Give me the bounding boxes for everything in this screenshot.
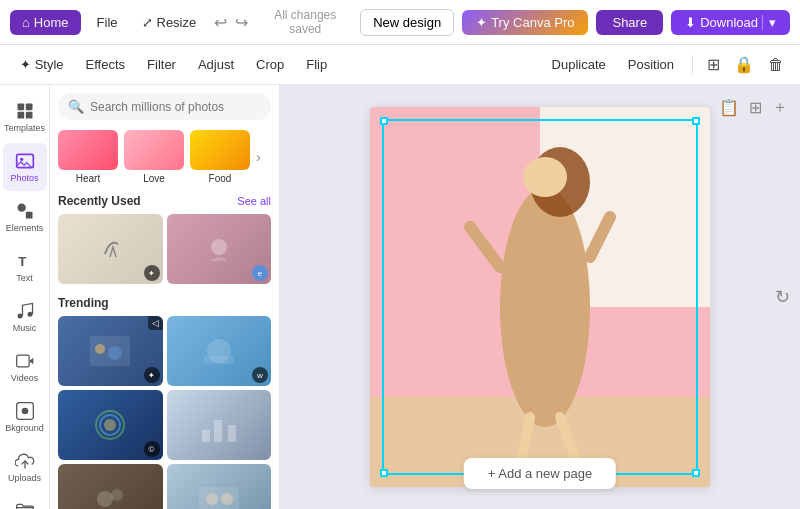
upload-icon [15,451,35,471]
add-page-label: + Add a new page [488,466,592,481]
svg-point-32 [111,489,123,501]
svg-point-35 [221,493,233,505]
category-scroll-arrow[interactable]: › [256,149,261,165]
download-label: Download [700,15,758,30]
crop-button[interactable]: Crop [248,53,292,76]
text-icon: T [15,251,35,271]
recently-used-grid: ✦ e [58,214,271,284]
canvas-area: 📋 ⊞ ＋ ↻ [280,85,800,509]
svg-marker-12 [29,358,33,365]
canvas-add-button[interactable]: ＋ [770,95,790,120]
canvas-grid-button[interactable]: ⊞ [747,95,764,120]
svg-rect-1 [25,104,32,111]
search-input[interactable] [90,100,261,114]
sidebar-item-photos[interactable]: Photos [3,143,47,191]
sidebar-item-videos[interactable]: Videos [3,343,47,391]
category-love[interactable]: Love [124,130,184,184]
home-button[interactable]: ⌂ Home [10,10,81,35]
svg-rect-28 [202,430,210,442]
trending-photo-1[interactable]: ✦ ◁ [58,316,163,386]
style-label: Style [35,57,64,72]
sidebar-item-text[interactable]: T Text [3,243,47,291]
recently-used-header: Recently Used See all [58,194,271,208]
image-icon [15,151,35,171]
home-icon: ⌂ [22,15,30,30]
category-food[interactable]: Food [190,130,250,184]
effects-label: Effects [86,57,126,72]
svg-rect-24 [204,356,234,364]
music-icon [15,301,35,321]
position-button[interactable]: Position [620,53,682,76]
secondary-toolbar: ✦ Style Effects Filter Adjust Crop Flip … [0,45,800,85]
sidebar-item-uploads[interactable]: Uploads [3,443,47,491]
file-label: File [97,15,118,30]
resize-handle-tr[interactable] [692,117,700,125]
share-button[interactable]: Share [596,10,663,35]
canvas-top-icons: 📋 ⊞ ＋ [717,95,790,120]
svg-point-19 [211,239,227,255]
search-icon: 🔍 [68,99,84,114]
trending-grid-3 [58,464,271,509]
canvas-page [370,107,710,487]
svg-point-10 [27,312,32,317]
recent-photo-2[interactable]: e [167,214,272,284]
resize-handle-br[interactable] [692,469,700,477]
try-canva-button[interactable]: ✦ Try Canva Pro [462,10,588,35]
new-design-button[interactable]: New design [360,9,454,36]
add-page-bar[interactable]: + Add a new page [464,458,616,489]
flip-label: Flip [306,57,327,72]
redo-button[interactable]: ↪ [233,11,250,34]
delete-button[interactable]: 🗑 [764,52,788,78]
search-container[interactable]: 🔍 [58,93,271,120]
photos-panel: 🔍 Heart Love Food › Recently Used See al… [50,85,280,509]
style-icon: ✦ [20,57,31,72]
adjust-button[interactable]: Adjust [190,53,242,76]
position-label: Position [628,57,674,72]
download-button[interactable]: ⬇ Download ▾ [671,10,790,35]
download-arrow-icon[interactable]: ▾ [762,15,776,30]
svg-point-6 [17,204,25,212]
trending-photo-6[interactable] [167,464,272,509]
svg-point-9 [17,314,22,319]
resize-button[interactable]: ⤢ Resize [134,11,205,34]
svg-rect-2 [17,112,24,119]
resize-handle-tl[interactable] [380,117,388,125]
see-all-link[interactable]: See all [237,195,271,207]
trending-photo-4[interactable] [167,390,272,460]
recent-photo-1[interactable]: ✦ [58,214,163,284]
resize-label: Resize [157,15,197,30]
new-design-label: New design [373,15,441,30]
svg-point-39 [500,187,590,427]
canvas-notes-button[interactable]: 📋 [717,95,741,120]
trending-photo-2[interactable]: w [167,316,272,386]
svg-rect-7 [25,212,32,219]
lock-button[interactable]: 🔒 [730,51,758,78]
file-button[interactable]: File [89,11,126,34]
sidebar-item-background[interactable]: Bkground [3,393,47,441]
svg-point-34 [206,493,218,505]
undo-button[interactable]: ↩ [212,11,229,34]
category-heart[interactable]: Heart [58,130,118,184]
background-icon [15,401,35,421]
filter-button[interactable]: Filter [139,53,184,76]
hide-panel-button[interactable]: ◁ [148,316,163,330]
sidebar-item-music[interactable]: Music [3,293,47,341]
canvas-refresh-button[interactable]: ↻ [775,286,790,308]
duplicate-label: Duplicate [552,57,606,72]
svg-point-14 [21,408,28,415]
category-love-thumb [124,130,184,170]
recently-used-title: Recently Used [58,194,141,208]
resize-icon: ⤢ [142,15,153,30]
svg-rect-0 [17,104,24,111]
trending-photo-5[interactable] [58,464,163,509]
style-button[interactable]: ✦ Style [12,53,72,76]
grid-view-button[interactable]: ⊞ [703,51,724,78]
sidebar-item-templates[interactable]: Templates [3,93,47,141]
trending-photo-3[interactable]: © [58,390,163,460]
sidebar-item-elements[interactable]: Elements [3,193,47,241]
effects-button[interactable]: Effects [78,53,134,76]
resize-handle-bl[interactable] [380,469,388,477]
duplicate-button[interactable]: Duplicate [544,53,614,76]
sidebar-item-folders[interactable]: Folders [3,493,47,509]
flip-button[interactable]: Flip [298,53,335,76]
